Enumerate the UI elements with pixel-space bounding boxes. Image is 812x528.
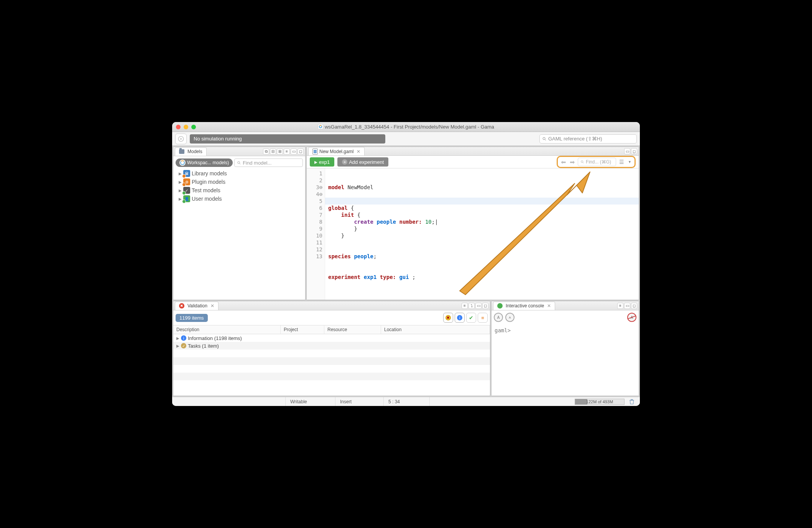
simulation-status: No simulation running [190, 134, 385, 144]
status-bar: Writable Insert 5 : 34 122M of 493M [172, 397, 640, 406]
minimize-icon[interactable]: ▭ [475, 303, 482, 309]
gaml-reference-search[interactable]: GAML reference (⇧⌘H) [539, 134, 637, 144]
window-controls [176, 125, 196, 129]
svg-point-3 [238, 161, 240, 163]
error-icon: ✖ [179, 303, 184, 309]
nav-back-icon[interactable]: ⬅ [560, 158, 567, 166]
play-icon [178, 136, 184, 142]
app-icon [318, 124, 323, 129]
table-row[interactable]: ▶✓Tasks (1 item) [173, 342, 490, 350]
workspace-chip[interactable]: Workspac... models) [176, 158, 233, 167]
dropdown-icon[interactable]: ▼ [627, 160, 632, 164]
test-icon: ✓ [183, 187, 190, 194]
models-tab[interactable]: Models [175, 147, 207, 156]
validation-tab[interactable]: ✖Validation✕ [175, 302, 219, 310]
zoom-window[interactable] [191, 125, 196, 129]
maximize-editor-icon[interactable]: ◻ [631, 148, 637, 154]
font-increase-icon[interactable]: A [494, 313, 503, 322]
models-body: Workspac... models) Find model... ▶🏛Libr… [173, 156, 305, 300]
sort-icon[interactable]: ≡ [284, 148, 290, 155]
validation-rows: ▶iInformation (1198 items) ▶✓Tasks (1 it… [173, 334, 490, 396]
close-tab-icon[interactable]: ✕ [357, 149, 360, 154]
user-icon: 👤 [183, 195, 190, 202]
minimize-icon[interactable]: ▭ [291, 148, 297, 155]
close-tab-icon[interactable]: ✕ [547, 303, 551, 309]
status-cursor-pos: 5 : 34 [384, 397, 430, 406]
plugin-icon: ⚙ [183, 178, 190, 185]
trash-icon[interactable] [628, 398, 635, 405]
svg-line-6 [583, 162, 584, 163]
search-icon [542, 137, 547, 141]
run-experiment-button[interactable]: exp1 [310, 157, 334, 167]
minimize-icon[interactable]: ▭ [624, 303, 630, 309]
code-content[interactable]: model NewModel global { init { create pe… [325, 168, 639, 300]
console-menu-icon[interactable]: ≡ [617, 303, 623, 309]
svg-line-4 [240, 163, 240, 164]
search-icon [237, 161, 241, 165]
editor-tabbar: New Model.gaml✕ ▭ ◻ [307, 147, 639, 156]
editor-panel: New Model.gaml✕ ▭ ◻ exp1 +Add experiment… [306, 147, 639, 300]
library-icon: 🏛 [183, 170, 190, 177]
chat-icon [497, 303, 503, 309]
find-model-input[interactable]: Find model... [234, 158, 303, 167]
editor-tab[interactable]: New Model.gaml✕ [308, 147, 365, 155]
table-row[interactable]: ▶iInformation (1198 items) [173, 334, 490, 342]
maximize-icon[interactable]: ◻ [631, 303, 637, 309]
titlebar: wsGamaRel_1.8_334544454 - First Project/… [172, 122, 640, 132]
main-area: Models ⧉ ⊟ ⊞ ≡ ▭ ◻ Workspac... models) F… [172, 146, 640, 397]
close-tab-icon[interactable]: ✕ [210, 303, 214, 309]
find-in-editor[interactable]: Find... (⌘G) [578, 158, 616, 166]
models-toolbar-icons: ⧉ ⊟ ⊞ ≡ ▭ ◻ [263, 148, 304, 155]
gaml-file-icon [312, 148, 318, 155]
task-icon: ✓ [181, 343, 186, 348]
tree-item-library[interactable]: ▶🏛Library models [176, 169, 303, 178]
main-toolbar: No simulation running GAML reference (⇧⌘… [172, 132, 640, 146]
maximize-icon[interactable]: ◻ [298, 148, 304, 155]
console-output[interactable]: gaml> [491, 324, 639, 396]
add-experiment-button[interactable]: +Add experiment [337, 157, 388, 167]
validation-table-header: Description Project Resource Location [173, 325, 490, 334]
info-icon: i [181, 335, 186, 341]
clear-console-icon[interactable]: A [627, 313, 636, 322]
outline-icon[interactable]: ☰ [618, 159, 625, 165]
maximize-icon[interactable]: ◻ [482, 303, 488, 309]
tree-item-test[interactable]: ▶✓Test models [176, 186, 303, 195]
validation-panel: ✖Validation✕ ≡ ⤵ ▭ ◻ 1199 items ✖ i [173, 301, 490, 396]
models-panel: Models ⧉ ⊟ ⊞ ≡ ▭ ◻ Workspac... models) F… [173, 147, 306, 300]
code-editor[interactable]: 123⊖4⊖5678910111213 model NewModel globa… [307, 168, 639, 300]
font-decrease-icon[interactable]: A [505, 313, 514, 322]
minimize-editor-icon[interactable]: ▭ [624, 148, 630, 154]
validate-all[interactable]: ✔ [466, 313, 476, 323]
info-filter[interactable]: i [455, 313, 465, 323]
filter-icon[interactable]: ≡ [462, 303, 468, 309]
gama-icon [179, 160, 186, 166]
svg-line-2 [545, 139, 546, 140]
search-icon [580, 160, 584, 164]
models-tabbar: Models ⧉ ⊟ ⊞ ≡ ▭ ◻ [173, 147, 305, 156]
import-icon[interactable]: ⤵ [468, 303, 475, 309]
editor-toolbar: exp1 +Add experiment ⬅ ➡ Find... (⌘G) ☰ … [307, 156, 639, 168]
tree-item-plugin[interactable]: ▶⚙Plugin models [176, 178, 303, 186]
window-title: wsGamaRel_1.8_334544454 - First Project/… [172, 124, 640, 130]
errors-filter[interactable]: ✖ [443, 313, 453, 323]
tree-item-user[interactable]: ▶👤User models [176, 195, 303, 203]
plus-icon: + [342, 159, 347, 165]
run-button[interactable] [175, 134, 187, 144]
console-tab[interactable]: Interactive console✕ [493, 302, 555, 310]
minimize-window[interactable] [184, 125, 188, 129]
collapse-all-icon[interactable]: ⊟ [270, 148, 276, 155]
bottom-panels: ✖Validation✕ ≡ ⤵ ▭ ◻ 1199 items ✖ i [173, 301, 639, 396]
folder-icon [179, 149, 184, 154]
svg-point-1 [543, 137, 545, 140]
items-count-badge: 1199 items [176, 314, 208, 322]
highlighted-nav-box: ⬅ ➡ Find... (⌘G) ☰ ▼ [557, 156, 636, 168]
nav-forward-icon[interactable]: ➡ [569, 158, 575, 166]
expand-all-icon[interactable]: ⊞ [277, 148, 283, 155]
memory-bar[interactable]: 122M of 493M [575, 399, 625, 405]
close-window[interactable] [176, 125, 181, 129]
link-editor-icon[interactable]: ⧉ [263, 148, 269, 155]
status-writable: Writable [286, 397, 335, 406]
line-gutter: 123⊖4⊖5678910111213 [307, 168, 325, 300]
group-by[interactable]: ≡ [478, 313, 488, 323]
status-insert: Insert [335, 397, 384, 406]
